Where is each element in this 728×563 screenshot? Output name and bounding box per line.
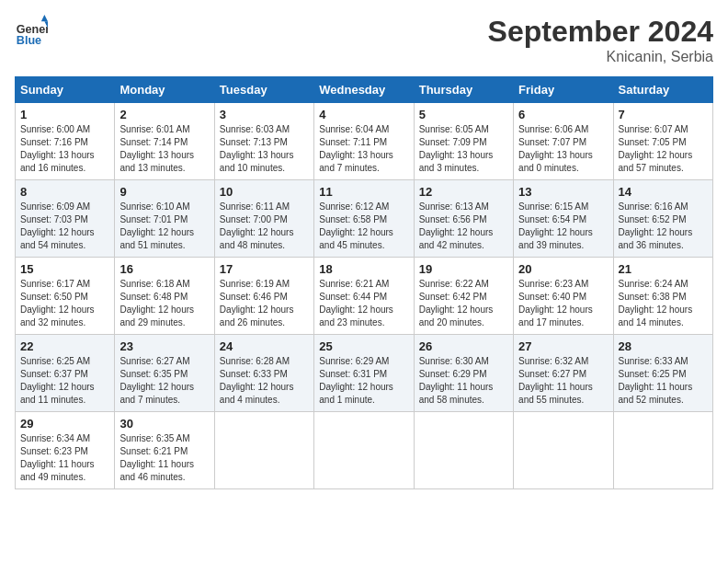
title-block: September 2024 Knicanin, Serbia: [488, 15, 713, 65]
svg-text:Blue: Blue: [17, 34, 41, 47]
table-row: 18 Sunrise: 6:21 AMSunset: 6:44 PMDaylig…: [314, 258, 414, 335]
table-row: 5 Sunrise: 6:05 AMSunset: 7:09 PMDayligh…: [414, 103, 513, 180]
logo-icon: General Blue: [15, 15, 48, 48]
month-year-title: September 2024: [488, 15, 713, 49]
table-row: 16 Sunrise: 6:18 AMSunset: 6:48 PMDaylig…: [115, 258, 214, 335]
col-thursday: Thursday: [414, 77, 513, 103]
table-row: [314, 412, 414, 489]
logo: General Blue: [15, 15, 48, 48]
table-row: 20 Sunrise: 6:23 AMSunset: 6:40 PMDaylig…: [514, 258, 613, 335]
table-row: [514, 412, 613, 489]
table-row: 28 Sunrise: 6:33 AMSunset: 6:25 PMDaylig…: [613, 335, 712, 412]
table-row: 9 Sunrise: 6:10 AMSunset: 7:01 PMDayligh…: [115, 180, 214, 258]
col-monday: Monday: [115, 77, 214, 103]
calendar-header-row: Sunday Monday Tuesday Wednesday Thursday…: [16, 77, 713, 103]
table-row: 21 Sunrise: 6:24 AMSunset: 6:38 PMDaylig…: [613, 258, 712, 335]
table-row: 24 Sunrise: 6:28 AMSunset: 6:33 PMDaylig…: [214, 335, 313, 412]
table-row: 27 Sunrise: 6:32 AMSunset: 6:27 PMDaylig…: [514, 335, 613, 412]
table-row: 7 Sunrise: 6:07 AMSunset: 7:05 PMDayligh…: [613, 103, 712, 180]
table-row: 22 Sunrise: 6:25 AMSunset: 6:37 PMDaylig…: [16, 335, 115, 412]
table-row: 26 Sunrise: 6:30 AMSunset: 6:29 PMDaylig…: [414, 335, 513, 412]
table-row: 6 Sunrise: 6:06 AMSunset: 7:07 PMDayligh…: [514, 103, 613, 180]
calendar-table: Sunday Monday Tuesday Wednesday Thursday…: [15, 76, 713, 489]
table-row: [214, 412, 313, 489]
col-sunday: Sunday: [16, 77, 115, 103]
table-row: [414, 412, 513, 489]
table-row: 19 Sunrise: 6:22 AMSunset: 6:42 PMDaylig…: [414, 258, 513, 335]
table-row: 2 Sunrise: 6:01 AMSunset: 7:14 PMDayligh…: [115, 103, 214, 180]
svg-marker-2: [41, 15, 48, 21]
col-friday: Friday: [514, 77, 613, 103]
table-row: 29 Sunrise: 6:34 AMSunset: 6:23 PMDaylig…: [16, 412, 115, 489]
location-subtitle: Knicanin, Serbia: [488, 49, 713, 65]
table-row: 25 Sunrise: 6:29 AMSunset: 6:31 PMDaylig…: [314, 335, 414, 412]
table-row: 8 Sunrise: 6:09 AMSunset: 7:03 PMDayligh…: [16, 180, 115, 258]
page-header: General Blue September 2024 Knicanin, Se…: [15, 15, 713, 65]
table-row: 14 Sunrise: 6:16 AMSunset: 6:52 PMDaylig…: [613, 180, 712, 258]
table-row: 4 Sunrise: 6:04 AMSunset: 7:11 PMDayligh…: [314, 103, 414, 180]
table-row: 30 Sunrise: 6:35 AMSunset: 6:21 PMDaylig…: [115, 412, 214, 489]
table-row: 1 Sunrise: 6:00 AMSunset: 7:16 PMDayligh…: [16, 103, 115, 180]
table-row: 3 Sunrise: 6:03 AMSunset: 7:13 PMDayligh…: [214, 103, 313, 180]
table-row: 11 Sunrise: 6:12 AMSunset: 6:58 PMDaylig…: [314, 180, 414, 258]
table-row: 10 Sunrise: 6:11 AMSunset: 7:00 PMDaylig…: [214, 180, 313, 258]
table-row: [613, 412, 712, 489]
table-row: 23 Sunrise: 6:27 AMSunset: 6:35 PMDaylig…: [115, 335, 214, 412]
col-tuesday: Tuesday: [214, 77, 313, 103]
table-row: 15 Sunrise: 6:17 AMSunset: 6:50 PMDaylig…: [16, 258, 115, 335]
col-wednesday: Wednesday: [314, 77, 414, 103]
col-saturday: Saturday: [613, 77, 712, 103]
table-row: 13 Sunrise: 6:15 AMSunset: 6:54 PMDaylig…: [514, 180, 613, 258]
table-row: 17 Sunrise: 6:19 AMSunset: 6:46 PMDaylig…: [214, 258, 313, 335]
table-row: 12 Sunrise: 6:13 AMSunset: 6:56 PMDaylig…: [414, 180, 513, 258]
